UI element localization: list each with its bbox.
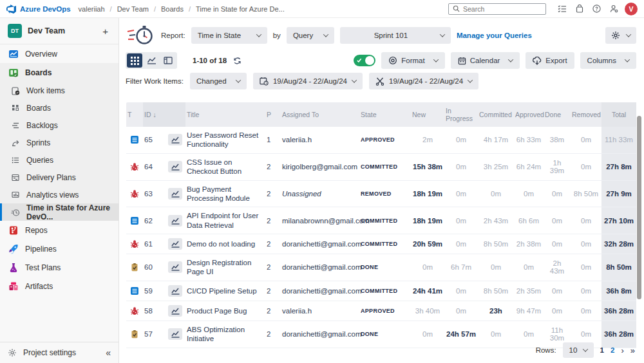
team-header[interactable]: DT Dev Team + <box>0 18 118 44</box>
query-select[interactable]: Sprint 101 <box>340 27 451 44</box>
add-project-item-button[interactable]: + <box>100 26 111 37</box>
sidebar-item-delivery-plans[interactable]: Delivery Plans <box>0 169 118 186</box>
col-assigned-to[interactable]: Assigned To <box>281 107 359 122</box>
date-range-select-1[interactable]: 19/Aug/24 - 22/Aug/24 <box>253 73 363 89</box>
user-avatar[interactable]: V <box>625 3 638 15</box>
collapse-sidebar-button[interactable]: « <box>106 348 111 358</box>
sidebar-item-work-items[interactable]: Work items <box>0 82 118 99</box>
export-label: Export <box>545 57 567 64</box>
sidebar-item-queries[interactable]: Queries <box>0 151 118 169</box>
sidebar-item-overview[interactable]: Overview <box>0 44 118 63</box>
manage-queries-link[interactable]: Manage your Queries <box>457 32 532 39</box>
sidebar-item-backlogs[interactable]: Backlogs <box>0 116 118 134</box>
sidebar-item-artifacts[interactable]: Artifacts <box>0 277 118 295</box>
project-settings[interactable]: Project settings « <box>0 342 118 363</box>
col-committed[interactable]: Committed <box>478 107 514 122</box>
open-chart-button[interactable] <box>168 215 182 227</box>
col-priority[interactable]: P <box>265 107 281 122</box>
help-icon[interactable] <box>592 5 601 13</box>
gear-icon <box>8 348 17 357</box>
work-item-title[interactable]: Product Page Bug <box>185 302 265 319</box>
col-type[interactable]: T <box>126 107 143 122</box>
format-button[interactable]: Format <box>381 52 444 69</box>
filter-bar: Filter Work Items: Changed 19/Aug/24 - 2… <box>119 70 644 92</box>
sidebar-item-time-in-state[interactable]: Time in State for Azure DevO... <box>0 203 118 221</box>
board-view-button[interactable] <box>160 53 176 68</box>
cell-in-progress: 0m <box>444 132 478 147</box>
work-item-title[interactable]: CSS Issue on Checkout Button <box>185 154 265 180</box>
report-label: Report: <box>161 32 185 39</box>
cell-committed: 0m <box>478 259 514 275</box>
page-link[interactable]: 2 <box>611 346 614 354</box>
col-approved[interactable]: Approved <box>514 107 544 122</box>
open-chart-button[interactable] <box>168 261 182 273</box>
open-chart-button[interactable] <box>168 305 182 317</box>
report-type-select[interactable]: Time in State <box>191 27 267 44</box>
breadcrumb-item[interactable]: Time in State for Azure De... <box>196 5 285 13</box>
work-item-title[interactable]: CI/CD Pipeline Setup <box>185 283 265 299</box>
sidebar-item-pipelines[interactable]: Pipelines <box>0 239 118 258</box>
by-select[interactable]: Query <box>287 27 334 44</box>
user-settings-icon[interactable] <box>610 5 618 13</box>
col-removed[interactable]: Removed <box>571 107 601 122</box>
cell-new: 0m <box>411 326 444 342</box>
calendar-button[interactable]: Calendar <box>451 52 520 69</box>
open-chart-button[interactable] <box>168 328 182 340</box>
open-chart-button[interactable] <box>168 134 182 145</box>
col-title[interactable]: Title <box>185 107 265 122</box>
rows-per-page-select[interactable]: 10 <box>563 342 594 358</box>
next-page-button[interactable]: › <box>621 346 623 355</box>
settings-dropdown-button[interactable] <box>605 27 636 44</box>
open-chart-button[interactable] <box>168 188 182 200</box>
work-item-title[interactable]: User Password Reset Functionality <box>185 127 265 153</box>
vertical-scrollbar[interactable] <box>637 116 641 299</box>
cell-new: 15h 38m <box>411 159 444 174</box>
sidebar-item-sprints[interactable]: Sprints <box>0 134 118 151</box>
grid-view-button[interactable] <box>127 53 142 68</box>
date-range-select-2[interactable]: 19/Aug/24 - 22/Aug/24 <box>369 73 478 89</box>
search-box[interactable] <box>448 3 546 15</box>
work-item-title[interactable]: API Endpoint for User Data Retrieval <box>185 207 265 234</box>
col-new[interactable]: New <box>411 107 444 122</box>
marketplace-bag-icon[interactable] <box>576 5 583 13</box>
search-input[interactable] <box>463 5 542 13</box>
col-id-sorted[interactable]: ID ↓ <box>143 102 185 127</box>
last-page-button[interactable]: » <box>630 346 635 355</box>
toggle-on[interactable] <box>354 55 375 66</box>
breadcrumb-item[interactable]: Dev Team <box>117 5 149 13</box>
col-state[interactable]: State <box>359 107 411 122</box>
sidebar-item-label: Overview <box>25 50 57 59</box>
col-done[interactable]: Done <box>544 107 571 122</box>
work-item-title[interactable]: Bug Payment Processing Module <box>185 181 265 207</box>
azure-devops-home[interactable]: Azure DevOps <box>6 4 71 14</box>
refresh-icon[interactable] <box>233 57 242 65</box>
cell-in-progress: 0m <box>444 159 478 174</box>
cell-removed: 0m <box>571 213 601 228</box>
sidebar-item-test-plans[interactable]: Test Plans <box>0 258 118 277</box>
cell-removed: 0m <box>571 236 601 252</box>
work-item-title[interactable]: Demo do not loading <box>185 236 265 252</box>
table-row: 58Product Page Bug2valeriia.hAPPROVED3h … <box>126 301 636 321</box>
cell-in-progress: 0m <box>444 213 478 228</box>
breadcrumb: valeriiah/Dev Team/Boards/Time in State … <box>79 5 285 13</box>
col-in-progress[interactable]: In Progress <box>444 104 478 126</box>
sidebar-item-boards-sub[interactable]: Boards <box>0 99 118 116</box>
export-button[interactable]: Export <box>526 52 574 69</box>
chart-view-button[interactable] <box>144 53 159 68</box>
open-chart-button[interactable] <box>168 285 182 297</box>
sidebar-item-boards[interactable]: Boards <box>0 63 118 82</box>
cell-committed: 0m <box>478 326 514 342</box>
sidebar-item-analytics-views[interactable]: Analytics views <box>0 186 118 203</box>
open-chart-button[interactable] <box>168 238 182 250</box>
task-list-icon[interactable] <box>558 5 567 13</box>
open-chart-button[interactable] <box>168 161 182 172</box>
changed-filter-select[interactable]: Changed <box>190 73 247 89</box>
columns-button[interactable]: Columns <box>580 52 636 69</box>
work-item-title[interactable]: Design Registration Page UI <box>185 254 265 281</box>
breadcrumb-item[interactable]: valeriiah <box>79 5 105 13</box>
page-current[interactable]: 1 <box>600 346 604 354</box>
sidebar-item-repos[interactable]: Repos <box>0 221 118 239</box>
col-total[interactable]: Total <box>601 102 636 127</box>
breadcrumb-item[interactable]: Boards <box>161 5 184 13</box>
work-item-title[interactable]: ABS Optimization Initiative <box>185 321 265 348</box>
